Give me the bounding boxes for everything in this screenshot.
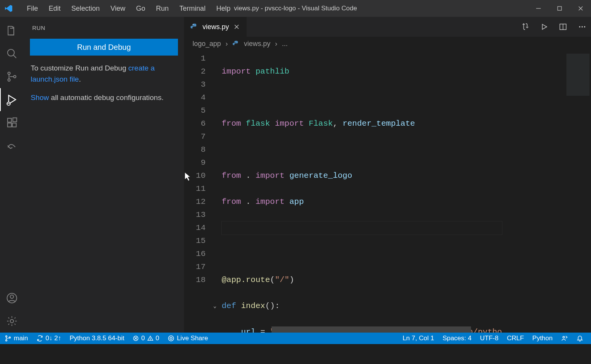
encoding[interactable]: UTF-8 xyxy=(480,334,498,342)
svg-point-18 xyxy=(193,24,194,25)
tab-views-py[interactable]: views.py xyxy=(184,17,247,37)
svg-rect-12 xyxy=(8,123,12,127)
sidebar-help-text-1: To customize Run and Debug create a laun… xyxy=(30,62,178,85)
svg-point-17 xyxy=(10,320,14,323)
svg-rect-13 xyxy=(12,123,16,127)
account-icon[interactable] xyxy=(0,287,24,310)
sidebar-help-text-2: Show all automatic debug configurations. xyxy=(30,92,178,103)
sync-status[interactable]: 0↓ 2↑ xyxy=(36,334,61,342)
editor-actions xyxy=(521,17,591,37)
python-interpreter[interactable]: Python 3.8.5 64-bit xyxy=(70,334,125,342)
cursor-position[interactable]: Ln 7, Col 1 xyxy=(403,334,434,342)
sidebar-title: RUN xyxy=(30,21,178,39)
code-content[interactable]: import pathlib from flask import Flask, … xyxy=(218,52,502,333)
svg-point-6 xyxy=(8,72,10,74)
menu-terminal[interactable]: Terminal xyxy=(174,5,211,13)
menu-file[interactable]: File xyxy=(21,5,43,13)
svg-point-27 xyxy=(6,339,7,341)
chevron-right-icon: › xyxy=(275,40,277,48)
breadcrumb-symbol[interactable]: ... xyxy=(282,40,288,48)
svg-rect-11 xyxy=(8,118,12,122)
editor-tabs: views.py xyxy=(184,17,591,37)
app-logo xyxy=(0,4,17,13)
window-title: views.py - pvscc-logo - Visual Studio Co… xyxy=(234,5,357,12)
svg-point-25 xyxy=(584,26,585,27)
menu-bar: File Edit Selection View Go Run Terminal… xyxy=(21,5,236,13)
svg-point-7 xyxy=(8,79,10,81)
fold-icon[interactable]: ⌄ xyxy=(213,300,216,313)
breadcrumb-folder[interactable]: logo_app xyxy=(193,40,221,48)
breadcrumbs[interactable]: logo_app › views.py › ... xyxy=(184,37,591,51)
svg-rect-1 xyxy=(558,7,561,10)
horizontal-scrollbar[interactable] xyxy=(218,326,560,333)
title-bar: File Edit Selection View Go Run Terminal… xyxy=(0,0,591,17)
menu-edit[interactable]: Edit xyxy=(43,5,66,13)
svg-point-34 xyxy=(168,336,174,341)
language-mode[interactable]: Python xyxy=(532,334,553,342)
close-tab-icon[interactable] xyxy=(234,24,240,30)
svg-point-24 xyxy=(581,26,583,27)
window-controls xyxy=(528,0,591,17)
activity-bar xyxy=(0,17,24,333)
svg-point-33 xyxy=(150,339,150,340)
source-control-icon[interactable] xyxy=(0,65,24,88)
breadcrumb-file[interactable]: views.py xyxy=(244,40,270,48)
svg-rect-14 xyxy=(13,118,17,122)
svg-point-35 xyxy=(563,336,565,338)
run-file-icon[interactable] xyxy=(540,23,548,31)
svg-point-23 xyxy=(579,26,580,27)
menu-help[interactable]: Help xyxy=(211,5,236,13)
status-bar: main 0↓ 2↑ Python 3.8.5 64-bit 0 0 Live … xyxy=(0,333,591,344)
svg-point-4 xyxy=(8,49,15,56)
indentation[interactable]: Spaces: 4 xyxy=(443,334,472,342)
eol[interactable]: CRLF xyxy=(507,334,524,342)
git-branch[interactable]: main xyxy=(5,334,28,342)
feedback-icon[interactable] xyxy=(561,335,568,342)
run-debug-icon[interactable] xyxy=(0,88,24,111)
tab-label: views.py xyxy=(202,23,229,31)
explorer-icon[interactable] xyxy=(0,19,24,42)
svg-line-5 xyxy=(13,55,16,58)
minimize-button[interactable] xyxy=(528,0,549,17)
problems-status[interactable]: 0 0 xyxy=(133,334,159,342)
python-file-icon xyxy=(190,23,198,31)
menu-selection[interactable]: Selection xyxy=(66,5,105,13)
chevron-right-icon: › xyxy=(226,40,228,48)
split-editor-icon[interactable] xyxy=(559,23,567,31)
code-editor[interactable]: 123456789101112131415161718 import pathl… xyxy=(184,51,591,333)
notifications-icon[interactable] xyxy=(576,335,583,342)
editor-area: views.py logo_app › views.py › ... 12345 xyxy=(184,17,591,333)
run-sidebar: RUN Run and Debug To customize Run and D… xyxy=(24,17,184,333)
minimap[interactable] xyxy=(560,51,591,333)
line-numbers: 123456789101112131415161718 xyxy=(184,52,218,333)
menu-view[interactable]: View xyxy=(105,5,131,13)
azure-icon[interactable] xyxy=(0,134,24,157)
maximize-button[interactable] xyxy=(549,0,570,17)
svg-point-8 xyxy=(13,75,16,78)
menu-run[interactable]: Run xyxy=(151,5,174,13)
svg-point-26 xyxy=(6,336,7,337)
live-share[interactable]: Live Share xyxy=(168,334,208,342)
settings-icon[interactable] xyxy=(0,310,24,333)
menu-go[interactable]: Go xyxy=(131,5,151,13)
more-actions-icon[interactable] xyxy=(578,23,586,31)
python-file-icon xyxy=(232,40,239,47)
svg-point-16 xyxy=(10,295,14,298)
compare-changes-icon[interactable] xyxy=(521,23,530,31)
search-icon[interactable] xyxy=(0,42,24,65)
close-button[interactable] xyxy=(570,0,591,17)
run-and-debug-button[interactable]: Run and Debug xyxy=(30,39,178,56)
extensions-icon[interactable] xyxy=(0,111,24,134)
mouse-cursor xyxy=(185,172,192,182)
show-configs-link[interactable]: Show xyxy=(31,93,49,102)
